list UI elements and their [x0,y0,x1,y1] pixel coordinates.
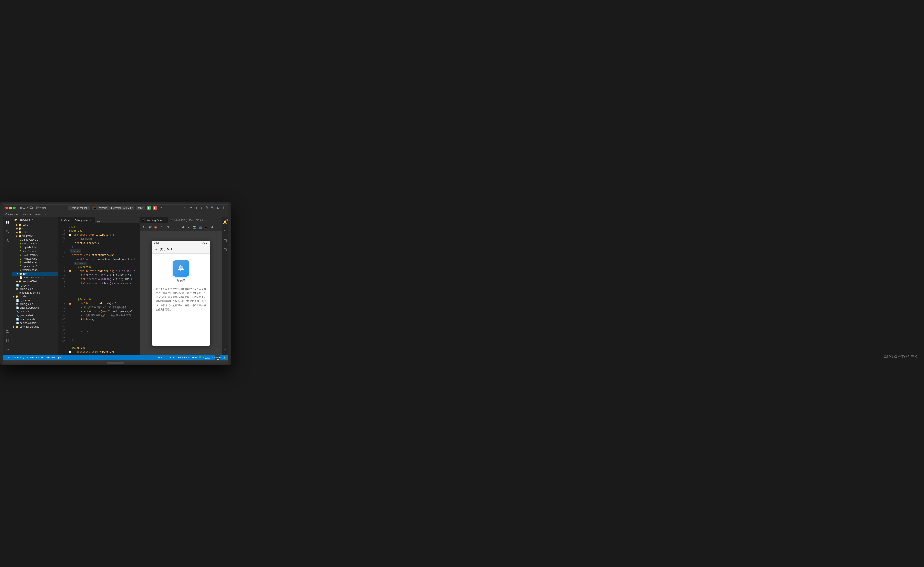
tree-item-build-gradle-root[interactable]: 🐘 build.gradle [12,302,58,306]
activity-git[interactable] [4,237,11,244]
activity-more[interactable]: ⋯ [4,246,11,254]
code-line-46 [69,294,137,298]
phone2-btn[interactable]: 📱 [204,225,208,230]
code-editor[interactable]: 32 33 34 35 36 37 38 40 [58,224,140,356]
code-view-icon[interactable]: </> [221,346,229,354]
breadcrumb-res[interactable]: res [44,213,47,215]
svg-point-8 [8,241,9,242]
status-bar: Install successfully finished in 626 ms.… [3,356,228,360]
toolbar-right: 🔨 ↻ ≡ ⚙ 🔌 🔍 ⊞ 👤 [183,206,225,210]
close-traffic-light[interactable] [6,207,8,209]
run-button[interactable]: ▶ [147,206,151,210]
right-panel-tabs: 📱 Running Devices 📱 Resizable (Exper...A… [140,217,222,224]
tree-item-gradlew[interactable]: 🔧 gradlew [12,310,58,314]
layout-icon[interactable]: ⊞ [216,206,220,210]
menu-dots[interactable]: ⋯ [159,206,163,210]
volume-btn[interactable]: 🔊 [148,225,152,230]
tree-item-register[interactable]: ⚙ RegisterActi... [12,257,58,261]
tree-item-login[interactable]: ⚙ LoginActivity [12,246,58,249]
power-btn[interactable]: ⏻ [142,225,146,230]
build-icon[interactable]: 🔨 [183,206,188,210]
tree-item-proguard[interactable]: 🛡 proguard-rules.pro [12,291,58,295]
status-encoding[interactable]: UTF-8 [164,356,171,359]
tree-item-fragment[interactable]: ▶ 📁 fragment [12,234,58,238]
sync-project-icon[interactable]: ↻ [221,228,229,235]
breadcrumb-android-note[interactable]: Android-note [6,213,19,215]
tree-item-build-gradle-app[interactable]: 🐘 build.gradle [12,287,58,291]
tree-item-updatepwd[interactable]: ⚙ UpdatePwdA... [12,264,58,268]
activity-explorer[interactable] [4,218,11,226]
plugin-icon[interactable]: 🔌 [205,206,209,210]
breadcrumb-src[interactable]: src [29,213,32,215]
tree-item-gitignore-root[interactable]: 📄 .gitignore [12,298,58,302]
tree-item-notedetails[interactable]: ⚙ NoteDetailsA... [12,253,58,257]
search-icon[interactable]: 🔍 [210,206,214,210]
screenshot-btn[interactable]: 📷 [192,225,196,230]
rotate-btn[interactable]: ⟳ [159,225,164,230]
title-bar: iShot（购买解锁去水印） ⑂ Version control ▾ 📱 Res… [3,204,228,211]
device-selector-pill[interactable]: 📱 Resizable_Experimental_API_33 ▾ [92,206,134,210]
tree-item-test[interactable]: ▶ 📁 test [unitTest] [12,279,58,283]
code-line-52 [69,322,137,326]
tree-item-gradle-root[interactable]: ▶ 📁 gradle [12,295,58,298]
tab-more[interactable]: ⋯ [95,220,102,223]
tree-item-settings-gradle[interactable]: 📄 settings.gradle [12,321,58,325]
code-content[interactable]: ⚠ 1 ↑ ↓ @Override 🔀 protected void initD… [66,224,140,356]
status-position[interactable]: 64:6 [158,356,162,359]
tree-item-create[interactable]: ⚙ CreateNoteA... [12,242,58,246]
app-selector-pill[interactable]: app ▾ [136,206,145,210]
activity-android[interactable] [4,328,11,335]
tree-item-local-props[interactable]: 📄 local.properties [12,317,58,321]
status-theme[interactable]: Dark [192,356,197,359]
settings-icon[interactable]: ⚙ [200,206,204,210]
mute-btn[interactable]: 🔕 [153,225,158,230]
layout-toggle-icon[interactable] [221,237,229,244]
device-more[interactable]: ⋯ [216,225,220,230]
running-devices-tab[interactable]: 📱 Running Devices [140,217,168,223]
layout2-icon[interactable] [221,246,229,254]
resizable-tab-close[interactable]: × [205,219,206,221]
tab-close-welcome[interactable]: × [89,219,92,222]
breadcrumb-main[interactable]: main [36,213,40,215]
tree-item-welcome[interactable]: ⚙ WelcomeAct... [12,268,58,272]
profile-icon[interactable]: 👤 [221,206,225,210]
editor-tab-welcome[interactable]: ⚙ WelcomeActivity.java × [58,217,95,223]
tree-item-gradlew-bat[interactable]: 🔧 gradlew.bat [12,314,58,317]
zoom-out-btn[interactable]: − [216,352,220,357]
tree-item-ueshelper[interactable]: ⚙ UesHelperAc... [12,261,58,264]
status-project[interactable]: Android-note [177,356,190,359]
screen2-btn[interactable]: 📺 [198,225,202,230]
tree-item-gradle-props[interactable]: 📄 gradle.properties [12,306,58,310]
prev-btn[interactable]: ◀ [180,225,185,230]
traffic-lights [6,207,15,209]
activity-bar: ⋯ </> [3,217,12,356]
breadcrumb-app[interactable]: app [22,213,26,215]
tree-item-res[interactable]: ▼ 📁 res [12,272,58,276]
tree-item-manifest[interactable]: 📄 AndroidManifest.x... [12,276,58,279]
activity-device[interactable] [4,337,11,344]
tree-item-entity[interactable]: ▶ 📁 entity [12,230,58,234]
line-numbers: 32 33 34 35 36 37 38 40 [58,224,66,356]
version-control-pill[interactable]: ⑂ Version control ▾ [68,206,90,210]
status-branch[interactable]: ⬦ 完成 [203,356,210,359]
fold-btn[interactable]: ⊡ [165,225,170,230]
activity-code[interactable]: </> [4,346,11,354]
zoom-in-btn[interactable]: + [216,347,220,351]
reload-btn[interactable]: ↺ [210,225,214,230]
stop-button[interactable]: ■ [153,206,157,210]
zoom-fit-btn[interactable]: ⊞ [216,358,220,360]
activity-search[interactable] [4,228,11,235]
sync-icon[interactable]: ↻ [189,206,193,210]
notification-icon[interactable]: 🔔 [221,218,229,226]
stop-device-btn[interactable]: ■ [186,225,190,230]
resizable-api-tab[interactable]: 📱 Resizable (Exper...API 33 × [168,217,209,223]
menu-icon[interactable]: ≡ [194,206,198,210]
tree-item-about[interactable]: ⚙ AboutActivit... [12,238,58,242]
tree-item-db[interactable]: ▶ 📁 db [12,226,58,230]
tree-item-base[interactable]: ▶ 📁 base [12,223,58,226]
tree-item-main[interactable]: ⚙ MainActivity [12,249,58,253]
minimize-traffic-light[interactable] [9,207,12,209]
maximize-traffic-light[interactable] [13,207,15,209]
tree-item-gitignore-app[interactable]: 📄 .gitignore [12,283,58,287]
tree-item-ext-libs[interactable]: ▶ 📁 External Libraries [12,325,58,328]
